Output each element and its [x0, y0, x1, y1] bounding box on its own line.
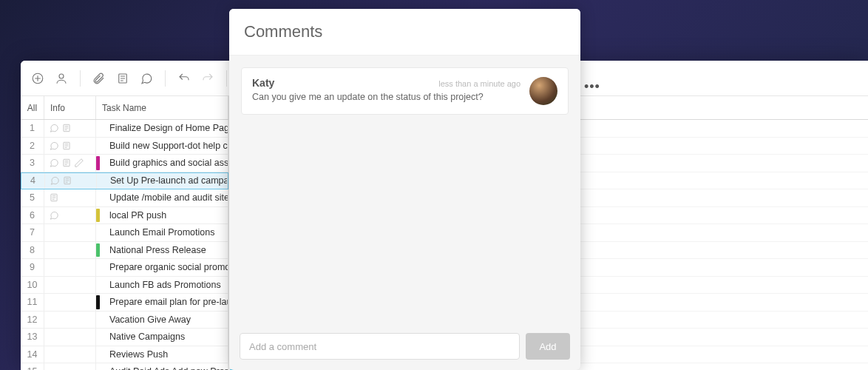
- task-row[interactable]: 9 Prepare organic social promot: [21, 259, 228, 277]
- row-info: [44, 329, 96, 346]
- more-icon[interactable]: •••: [584, 79, 600, 95]
- redo-icon[interactable]: [200, 70, 216, 87]
- row-number: 12: [21, 312, 44, 329]
- task-row[interactable]: 3 Build graphics and social asse: [21, 155, 228, 172]
- svg-point-1: [59, 74, 64, 78]
- comments-panel: Comments Katy less than a minute ago Can…: [229, 9, 580, 370]
- row-info: [44, 155, 96, 172]
- comment-card: Katy less than a minute ago Can you give…: [241, 67, 569, 115]
- add-icon[interactable]: [30, 70, 46, 87]
- comment-icon[interactable]: [49, 123, 59, 133]
- task-row[interactable]: 6 local PR push: [21, 207, 228, 225]
- row-number: 9: [21, 259, 44, 276]
- task-row[interactable]: 4 Set Up Pre-launch ad campaig: [21, 172, 228, 190]
- comment-icon[interactable]: [138, 70, 155, 87]
- row-info: [44, 138, 96, 155]
- task-name-cell[interactable]: Prepare organic social promot: [96, 259, 228, 276]
- edit-icon[interactable]: [74, 158, 84, 168]
- row-info: [44, 259, 96, 276]
- row-number: 4: [21, 173, 45, 189]
- row-number: 13: [21, 329, 44, 346]
- task-name-cell[interactable]: Prepare email plan for pre-lau: [96, 294, 228, 311]
- comment-icon[interactable]: [50, 175, 60, 186]
- row-info: [44, 189, 96, 206]
- note-icon[interactable]: [49, 192, 59, 203]
- row-info: [44, 346, 96, 363]
- row-info: [44, 294, 96, 311]
- task-row[interactable]: 11 Prepare email plan for pre-lau: [21, 294, 228, 312]
- grid-header: All Info Task Name: [21, 96, 228, 120]
- note-icon[interactable]: [115, 70, 131, 87]
- note-icon[interactable]: [61, 123, 72, 133]
- comment-author: Katy: [252, 77, 274, 89]
- task-name-cell[interactable]: Reviews Push: [96, 346, 228, 363]
- row-info: [44, 120, 96, 137]
- row-number: 10: [21, 277, 44, 294]
- comment-input-row: Add: [229, 323, 580, 370]
- row-number: 11: [21, 294, 44, 311]
- row-info: [45, 173, 97, 189]
- row-info: [44, 363, 96, 370]
- note-icon[interactable]: [61, 141, 72, 151]
- row-info: [44, 224, 96, 241]
- row-info: [44, 242, 96, 259]
- col-task-name[interactable]: Task Name: [96, 96, 228, 119]
- col-all[interactable]: All: [21, 96, 44, 119]
- task-grid: All Info Task Name 1 Finalize Design of …: [21, 96, 229, 370]
- person-icon[interactable]: [53, 70, 69, 87]
- attachment-icon[interactable]: [91, 70, 107, 87]
- row-number: 5: [21, 189, 44, 206]
- note-icon[interactable]: [62, 175, 72, 186]
- comments-title: Comments: [229, 9, 580, 56]
- task-name-cell[interactable]: Build graphics and social asse: [96, 155, 228, 172]
- add-comment-button[interactable]: Add: [526, 333, 570, 360]
- task-name-cell[interactable]: National Press Release: [96, 242, 228, 259]
- task-name-cell[interactable]: local PR push: [96, 207, 228, 224]
- task-row[interactable]: 15 Audit Paid Ads Add new Prom: [21, 363, 228, 370]
- task-name-cell[interactable]: Finalize Design of Home Page: [96, 120, 228, 137]
- task-name-cell[interactable]: Build new Support-dot help ce: [96, 138, 228, 155]
- row-info: [44, 207, 96, 224]
- row-number: 6: [21, 207, 44, 224]
- comment-icon[interactable]: [49, 141, 59, 151]
- task-row[interactable]: 7 Launch Email Promotions: [21, 224, 228, 242]
- task-row[interactable]: 2 Build new Support-dot help ce: [21, 138, 228, 155]
- task-row[interactable]: 13 Native Campaigns: [21, 329, 228, 346]
- row-number: 14: [21, 346, 44, 363]
- task-row[interactable]: 1 Finalize Design of Home Page: [21, 120, 228, 138]
- task-name-cell[interactable]: Launch Email Promotions: [96, 224, 228, 241]
- row-number: 8: [21, 242, 44, 259]
- note-icon[interactable]: [61, 158, 72, 168]
- row-number: 1: [21, 120, 44, 137]
- row-number: 3: [21, 155, 44, 172]
- comment-icon[interactable]: [49, 158, 59, 168]
- task-name-cell[interactable]: Vacation Give Away: [96, 312, 228, 329]
- avatar[interactable]: [529, 77, 557, 105]
- task-name-cell[interactable]: Audit Paid Ads Add new Prom: [96, 363, 228, 370]
- comment-time: less than a minute ago: [438, 79, 521, 88]
- task-row[interactable]: 8 National Press Release: [21, 242, 228, 260]
- task-name-cell[interactable]: Set Up Pre-launch ad campaig: [97, 173, 228, 189]
- row-info: [44, 277, 96, 294]
- undo-icon[interactable]: [176, 70, 192, 87]
- comment-body: Can you give me an update on the status …: [252, 92, 521, 102]
- task-row[interactable]: 14 Reviews Push: [21, 346, 228, 364]
- comment-input[interactable]: [240, 333, 520, 360]
- row-number: 7: [21, 224, 44, 241]
- row-number: 2: [21, 138, 44, 155]
- task-row[interactable]: 12 Vacation Give Away: [21, 312, 228, 329]
- row-info: [44, 312, 96, 329]
- task-name-cell[interactable]: Update /mobile and audit site: [96, 189, 228, 206]
- comment-icon[interactable]: [49, 210, 59, 221]
- row-number: 15: [21, 363, 44, 370]
- task-row[interactable]: 10 Launch FB ads Promotions: [21, 277, 228, 295]
- task-row[interactable]: 5 Update /mobile and audit site: [21, 189, 228, 207]
- task-name-cell[interactable]: Native Campaigns: [96, 329, 228, 346]
- col-info[interactable]: Info: [44, 96, 96, 119]
- task-name-cell[interactable]: Launch FB ads Promotions: [96, 277, 228, 294]
